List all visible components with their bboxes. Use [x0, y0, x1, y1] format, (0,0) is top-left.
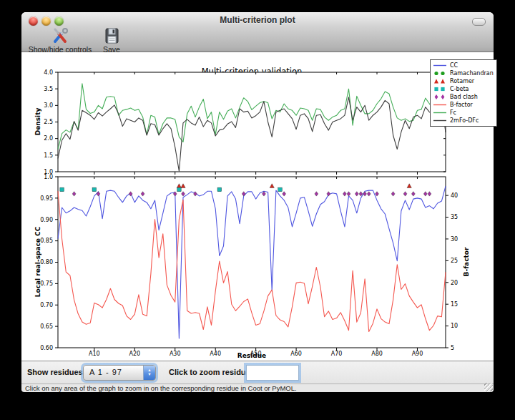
- x-tick-label: A10: [89, 351, 100, 357]
- y-tick-label-right: 30: [451, 236, 458, 243]
- status-message: Click on any area of the graph to zoom i…: [25, 384, 297, 392]
- legend-entry-label: CC: [450, 62, 458, 69]
- y-tick-label: 4.0: [44, 69, 53, 76]
- line-legend-symbol-icon: [433, 117, 448, 124]
- legend-entry: 2mFo-DFc: [433, 117, 494, 124]
- y-tick-label-right: 10: [451, 323, 458, 329]
- legend-entry: Rotamer: [433, 77, 494, 85]
- save-button[interactable]: Save: [94, 27, 129, 54]
- x-tick-label: A20: [129, 351, 140, 357]
- stepper-arrows-icon: ▲▼: [143, 366, 155, 380]
- y-tick-label-right: 20: [451, 280, 458, 286]
- density-axis-label: Density: [34, 108, 41, 136]
- zoom-residue-input[interactable]: [246, 365, 299, 381]
- bottom-controls-bar: Show residues: A 1 - 97 ▲▼ Click to zoom…: [21, 361, 494, 384]
- window-title: Multi-criterion plot: [21, 15, 494, 25]
- y-tick-label-right: 5: [451, 345, 454, 351]
- legend-entry: B-factor: [433, 101, 494, 109]
- y-tick-label: 0.80: [40, 259, 53, 265]
- chain-range-value: A 1 - 97: [89, 368, 122, 376]
- triangles-legend-symbol-icon: [433, 78, 448, 84]
- y-tick-label-right: 25: [451, 258, 458, 264]
- y-tick-label-right: 40: [451, 192, 458, 199]
- x-tick-label: A40: [210, 351, 221, 357]
- y-tick-label: 1.0: [44, 174, 53, 180]
- resize-grip-icon[interactable]: [484, 383, 493, 391]
- bfactor-axis-label: B-factor: [463, 248, 470, 277]
- legend-entry-label: C-beta: [450, 86, 469, 92]
- y-tick-label: 3.0: [44, 102, 53, 109]
- legend-entry-label: Fc: [450, 109, 456, 116]
- chart-legend: CCRamachandranRotamerC-betaBad clashB-fa…: [430, 59, 497, 127]
- legend-entry: CC: [433, 62, 494, 69]
- zoom-residue-label: Click to zoom residue:: [169, 368, 252, 376]
- marker-c-beta: [60, 187, 64, 192]
- y-tick-label: 0.95: [40, 195, 53, 202]
- status-bar: Click on any area of the graph to zoom i…: [21, 384, 494, 392]
- cc-bfactor-plot[interactable]: 0.600.650.700.750.800.850.900.951.051015…: [58, 177, 446, 348]
- cc-axis-label: Local real-space CC: [34, 227, 41, 298]
- line-legend-symbol-icon: [433, 109, 448, 116]
- y-tick-label: 0.70: [40, 302, 53, 308]
- marker-c-beta: [177, 187, 182, 192]
- legend-entry-label: 2mFo-DFc: [450, 117, 479, 124]
- y-tick-label-right: 15: [451, 301, 458, 308]
- marker-c-beta: [278, 187, 283, 192]
- legend-entry: Ramachandran: [433, 69, 494, 77]
- legend-entry: C-beta: [433, 85, 494, 93]
- y-tick-label: 3.5: [44, 86, 53, 92]
- y-tick-label: 0.65: [40, 323, 53, 330]
- show-residues-label: Show residues:: [27, 368, 85, 376]
- toolbar-toggle-pill[interactable]: [472, 18, 486, 26]
- x-tick-label: A90: [412, 351, 423, 357]
- circles-legend-symbol-icon: [433, 70, 448, 77]
- tools-icon: [26, 27, 94, 44]
- legend-entry-label: B-factor: [450, 102, 473, 108]
- window-chrome: Multi-criterion plot Show/hide controls: [21, 12, 494, 52]
- plot-figure: Multi-criterion validation 1.01.52.02.53…: [21, 52, 494, 361]
- marker-c-beta: [92, 187, 97, 192]
- y-tick-label: 0.90: [40, 217, 53, 223]
- chain-range-select[interactable]: A 1 - 97 ▲▼: [83, 365, 156, 381]
- y-tick-label: 2.0: [44, 135, 53, 142]
- x-tick-label: A60: [290, 351, 302, 357]
- y-tick-label-right: 35: [451, 214, 458, 220]
- plot-border: [58, 72, 446, 172]
- x-tick-label: A80: [371, 351, 383, 357]
- legend-entry: Bad clash: [433, 93, 494, 101]
- show-hide-controls-button[interactable]: Show/hide controls: [26, 27, 94, 54]
- squares-legend-symbol-icon: [433, 86, 448, 92]
- line-legend-symbol-icon: [433, 62, 448, 69]
- legend-entry-label: Bad clash: [450, 94, 478, 100]
- app-window: Multi-criterion plot Show/hide controls: [21, 12, 494, 391]
- legend-entry-label: Rotamer: [450, 78, 474, 84]
- marker-c-beta: [217, 187, 222, 192]
- y-tick-label: 2.5: [44, 119, 53, 125]
- floppy-save-icon: [94, 27, 129, 44]
- diamonds-legend-symbol-icon: [433, 94, 448, 100]
- x-tick-label: A70: [331, 351, 343, 357]
- y-tick-label: 0.60: [40, 345, 53, 351]
- y-tick-label: 1.5: [44, 152, 53, 159]
- line-legend-symbol-icon: [433, 102, 448, 108]
- y-tick-label: 0.85: [40, 238, 53, 244]
- legend-entry-label: Ramachandran: [450, 70, 494, 77]
- x-tick-label: A30: [170, 351, 181, 357]
- density-plot[interactable]: 1.01.52.02.53.03.54.0: [58, 72, 446, 172]
- legend-entry: Fc: [433, 109, 494, 117]
- residue-axis-label: Residue: [237, 352, 266, 359]
- plot-border: [58, 177, 446, 348]
- y-tick-label: 0.75: [40, 280, 53, 287]
